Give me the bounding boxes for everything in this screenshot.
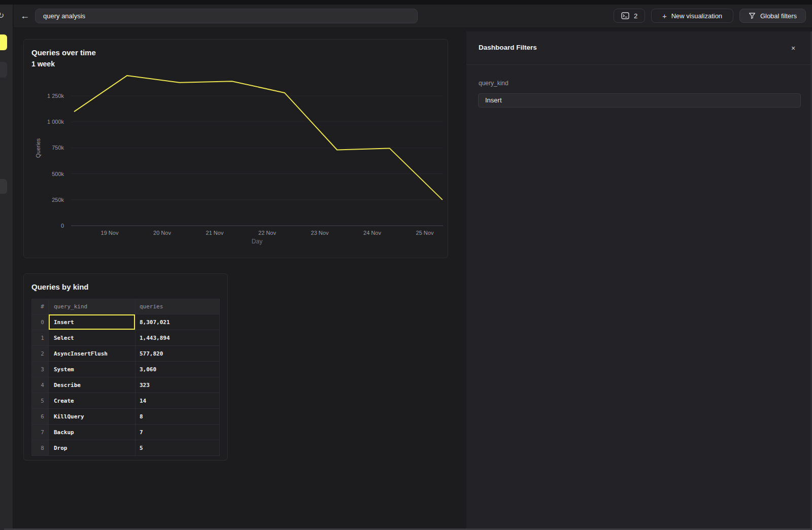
- column-header-query_kind[interactable]: query_kind: [49, 299, 136, 314]
- svg-text:750k: 750k: [52, 145, 64, 151]
- queries-count-cell[interactable]: 8: [136, 409, 220, 425]
- query-kind-filter-input[interactable]: Insert: [478, 93, 801, 108]
- window-top-edge: [0, 0, 812, 5]
- rail-item-3[interactable]: [0, 179, 7, 194]
- global-filters-button[interactable]: Global filters: [739, 9, 806, 23]
- query-kind-cell[interactable]: KillQuery: [49, 409, 136, 425]
- query-kind-cell[interactable]: Create: [49, 393, 136, 409]
- row-index: 6: [32, 409, 49, 425]
- queries-count-cell[interactable]: 323: [136, 377, 220, 393]
- svg-text:19 Nov: 19 Nov: [101, 230, 119, 236]
- table-row: 1Select1,443,894: [32, 330, 220, 346]
- queries-count-cell[interactable]: 7: [136, 425, 220, 440]
- queries-by-kind-table: #query_kindqueries0Insert8,307,0211Selec…: [31, 299, 220, 456]
- queries-count-cell[interactable]: 1,443,894: [136, 330, 220, 346]
- terminal-icon: [621, 12, 629, 19]
- table-row: 6KillQuery8: [32, 409, 220, 425]
- table-row: 0Insert8,307,021: [32, 314, 220, 330]
- row-index: 0: [32, 314, 49, 330]
- svg-text:25 Nov: 25 Nov: [416, 230, 434, 236]
- row-index: 5: [32, 393, 49, 409]
- queries-count-cell[interactable]: 577,820: [136, 346, 220, 362]
- queries-line-chart[interactable]: 0250k500k750k1 000k1 250k19 Nov20 Nov21 …: [24, 40, 448, 258]
- svg-text:Queries: Queries: [35, 138, 41, 158]
- new-visualization-label: New visualization: [671, 12, 722, 20]
- funnel-icon: [749, 12, 756, 19]
- dashboard-title-input[interactable]: query analysis: [35, 9, 418, 23]
- row-index: 2: [32, 346, 49, 362]
- rail-item-active[interactable]: [0, 34, 7, 50]
- svg-text:22 Nov: 22 Nov: [258, 230, 276, 236]
- queries-count-cell[interactable]: 3,060: [136, 362, 220, 377]
- row-index: 8: [32, 440, 49, 456]
- svg-text:500k: 500k: [52, 171, 64, 177]
- new-visualization-button[interactable]: + New visualization: [651, 9, 733, 23]
- table-row: 4Describe323: [32, 377, 220, 393]
- svg-text:20 Nov: 20 Nov: [153, 230, 171, 236]
- queries-count-cell[interactable]: 8,307,021: [136, 314, 220, 330]
- query-kind-cell[interactable]: System: [49, 362, 136, 377]
- svg-text:1 250k: 1 250k: [47, 93, 64, 99]
- topbar: ← query analysis 2 + New visualization G…: [14, 5, 812, 28]
- global-filters-label: Global filters: [760, 12, 797, 20]
- query-kind-cell[interactable]: AsyncInsertFlush: [49, 346, 136, 362]
- query-kind-cell[interactable]: Insert: [49, 314, 136, 330]
- query-kind-cell[interactable]: Select: [49, 330, 136, 346]
- filters-divider: [466, 64, 812, 65]
- queries-count-cell[interactable]: 14: [136, 393, 220, 409]
- svg-text:1 000k: 1 000k: [47, 119, 64, 125]
- console-count-button[interactable]: 2: [614, 9, 645, 23]
- query-kind-cell[interactable]: Backup: [49, 425, 136, 440]
- column-header-num[interactable]: #: [32, 299, 49, 314]
- query-kind-cell[interactable]: Describe: [49, 377, 136, 393]
- svg-text:250k: 250k: [52, 197, 64, 203]
- plus-icon: +: [662, 12, 667, 20]
- svg-text:21 Nov: 21 Nov: [206, 230, 224, 236]
- row-index: 3: [32, 362, 49, 377]
- filters-panel-title: Dashboard Filters: [479, 44, 537, 51]
- row-index: 4: [32, 377, 49, 393]
- queries-count-cell[interactable]: 5: [136, 440, 220, 456]
- table-row: 2AsyncInsertFlush577,820: [32, 346, 220, 362]
- svg-text:24 Nov: 24 Nov: [363, 230, 381, 236]
- queries-by-kind-panel: Queries by kind #query_kindqueries0Inser…: [23, 273, 228, 461]
- back-arrow-icon[interactable]: ←: [20, 11, 30, 21]
- svg-text:0: 0: [61, 223, 64, 229]
- refresh-icon[interactable]: ↻: [0, 11, 4, 20]
- filter-field-label: query_kind: [479, 80, 509, 87]
- rail-item-2[interactable]: [0, 62, 7, 78]
- dashboard-filters-panel: Dashboard Filters × query_kind Insert: [466, 31, 812, 530]
- column-header-queries[interactable]: queries: [136, 299, 220, 314]
- row-index: 7: [32, 425, 49, 440]
- dashboard-title-value: query analysis: [43, 12, 85, 20]
- query-kind-cell[interactable]: Drop: [49, 440, 136, 456]
- table-row: 7Backup7: [32, 425, 220, 440]
- table-row: 5Create14: [32, 393, 220, 409]
- svg-text:23 Nov: 23 Nov: [311, 230, 329, 236]
- console-count-value: 2: [634, 12, 637, 20]
- close-icon[interactable]: ×: [789, 44, 797, 52]
- filter-field-value: Insert: [485, 96, 502, 104]
- left-rail: ↻: [0, 5, 13, 530]
- table-title: Queries by kind: [31, 282, 89, 291]
- svg-text:Day: Day: [252, 238, 262, 245]
- row-index: 1: [32, 330, 49, 346]
- table-row: 8Drop5: [32, 440, 220, 456]
- table-row: 3System3,060: [32, 362, 220, 377]
- queries-over-time-panel: Queries over time 1 week 0250k500k750k1 …: [23, 39, 448, 258]
